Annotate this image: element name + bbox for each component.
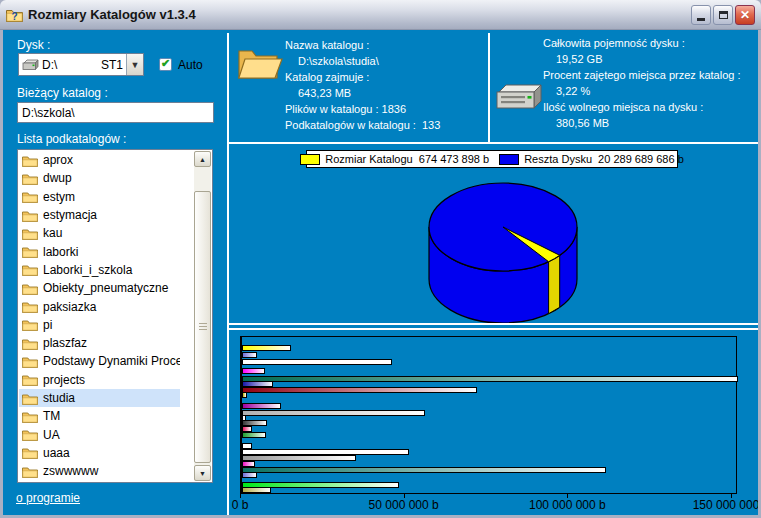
list-item[interactable]: estym xyxy=(19,188,180,206)
bar xyxy=(242,467,606,473)
list-item[interactable]: aprox xyxy=(19,151,180,169)
list-item[interactable]: estymacja xyxy=(19,206,180,224)
folder-icon xyxy=(22,337,38,350)
bar xyxy=(242,345,291,351)
minimize-button[interactable] xyxy=(691,5,711,25)
bar xyxy=(242,410,425,416)
disk-info-line: Ilość wolnego miejsca na dysku : xyxy=(543,99,758,115)
list-item[interactable]: plaszfaz xyxy=(19,334,180,352)
list-item[interactable]: uaaa xyxy=(19,444,180,462)
folder-icon xyxy=(22,373,38,386)
axis-tick-label: 100 000 000 b xyxy=(529,498,606,512)
pie-chart xyxy=(230,146,758,324)
disk-info-line: Całkowita pojemność dysku : xyxy=(543,35,758,51)
bar xyxy=(242,472,257,478)
bar xyxy=(242,487,271,493)
folder-icon xyxy=(22,392,38,405)
folder-icon xyxy=(22,446,38,459)
axis-tick-label: 150 000 000 b xyxy=(693,498,761,512)
folder-info-line: D:\szkola\studia\ xyxy=(285,53,490,69)
scroll-up-button[interactable]: ▲ xyxy=(194,151,211,167)
list-item[interactable]: laborki xyxy=(19,242,180,260)
list-item[interactable]: Obiekty_pneumatyczne xyxy=(19,279,180,297)
list-item[interactable]: zswwwww xyxy=(19,462,180,480)
list-item-label: kau xyxy=(43,226,62,240)
scrollbar-thumb[interactable] xyxy=(194,191,211,463)
disk-combobox[interactable]: D:\ ST1 ▼ xyxy=(18,53,144,76)
combobox-dropdown-button[interactable]: ▼ xyxy=(126,54,143,75)
list-item[interactable]: studia xyxy=(19,389,180,407)
bar xyxy=(242,403,281,409)
disk-info-line: 19,52 GB xyxy=(543,51,758,67)
thumb-grip-icon xyxy=(199,323,207,331)
legend-swatch xyxy=(300,154,320,165)
bar xyxy=(242,359,392,365)
list-item-label: laborki xyxy=(43,245,78,259)
list-item-label: uaaa xyxy=(43,446,70,460)
close-icon: ✕ xyxy=(740,9,750,21)
list-item-label: UA xyxy=(43,428,60,442)
subdir-list-label: Lista podkatalogów : xyxy=(17,132,126,146)
folder-icon xyxy=(22,227,38,240)
maximize-icon xyxy=(719,11,728,19)
app-window: Dysk : D:\ ST1 ▼ ✔ Auto Bieżący katalog … xyxy=(0,0,761,518)
folder-icon xyxy=(22,410,38,423)
disk-info-line: 380,56 MB xyxy=(543,115,758,131)
folder-info-line: Podkatalogów w katalogu : 133 xyxy=(285,117,490,133)
about-link[interactable]: o programie xyxy=(16,491,80,505)
folder-icon xyxy=(22,428,38,441)
titlebar[interactable]: ? Rozmiary Katalogów v1.3.4 ✕ xyxy=(0,0,761,30)
bar xyxy=(242,455,356,461)
list-item-label: projects xyxy=(43,373,85,387)
chevron-down-icon: ▼ xyxy=(199,470,206,477)
axis-tick-label: 50 000 000 b xyxy=(369,498,439,512)
folder-icon xyxy=(22,465,38,478)
disk-volume-label: ST1 xyxy=(101,58,123,72)
folder-icon xyxy=(22,300,38,313)
auto-checkbox-label: Auto xyxy=(178,58,203,72)
drive-small-icon xyxy=(22,59,39,71)
list-item-label: zswwwww xyxy=(43,464,98,478)
list-item[interactable]: UA xyxy=(19,425,180,443)
current-dir-label: Bieżący katalog : xyxy=(17,86,108,100)
pie-side-yellow xyxy=(549,255,560,313)
list-item-label: aprox xyxy=(43,153,73,167)
list-item[interactable]: Laborki_i_szkola xyxy=(19,261,180,279)
disk-combobox-value: D:\ xyxy=(42,58,57,72)
list-item[interactable]: paksiazka xyxy=(19,297,180,315)
close-button[interactable]: ✕ xyxy=(735,5,755,25)
auto-checkbox[interactable]: ✔ xyxy=(159,58,172,71)
list-item-label: estymacja xyxy=(43,208,97,222)
list-item[interactable]: TM xyxy=(19,407,180,425)
legend-label: Rozmiar Katalogu 674 473 898 b xyxy=(325,153,489,165)
folder-info-line: Nazwa katalogu : xyxy=(285,37,490,53)
list-item[interactable]: pi xyxy=(19,316,180,334)
maximize-button[interactable] xyxy=(713,5,733,25)
chevron-down-icon: ▼ xyxy=(131,60,140,70)
folder-icon xyxy=(22,172,38,185)
hard-drive-icon xyxy=(494,82,544,112)
folder-icon xyxy=(22,245,38,258)
list-item[interactable]: projects xyxy=(19,371,180,389)
vertical-separator xyxy=(227,33,229,515)
bar xyxy=(242,392,247,398)
folder-info-line: 643,23 MB xyxy=(285,85,490,101)
disk-info: Całkowita pojemność dysku :19,52 GBProce… xyxy=(543,35,758,131)
subdirectory-list: aprox dwup estym estymacja xyxy=(19,151,180,481)
list-item[interactable]: dwup xyxy=(19,169,180,187)
list-item[interactable]: kau xyxy=(19,224,180,242)
chevron-up-icon: ▲ xyxy=(199,156,206,163)
folder-icon xyxy=(22,318,38,331)
minimize-icon xyxy=(697,18,705,21)
list-item[interactable]: Podstawy Dynamiki Procesów xyxy=(19,352,180,370)
subdirectory-listbox: aprox dwup estym estymacja xyxy=(17,149,213,483)
pie-legend: Rozmiar Katalogu 674 473 898 b Reszta Dy… xyxy=(306,150,678,168)
list-item-label: dwup xyxy=(43,171,72,185)
folder-icon xyxy=(22,355,38,368)
list-item-label: Obiekty_pneumatyczne xyxy=(43,281,168,295)
current-dir-input[interactable] xyxy=(17,102,214,123)
list-scrollbar[interactable]: ▲ ▼ xyxy=(194,151,211,481)
horizontal-separator-1 xyxy=(229,142,758,144)
scroll-down-button[interactable]: ▼ xyxy=(194,465,211,481)
list-item-label: TM xyxy=(43,409,60,423)
